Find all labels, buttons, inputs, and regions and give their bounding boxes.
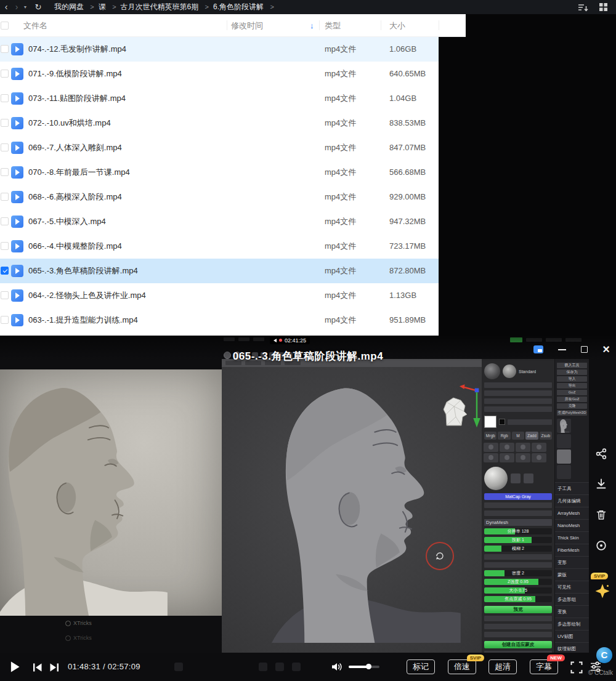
cctalk-copyright: © CCtalk [588,669,613,676]
play-glyph [15,95,20,102]
fullscreen-icon[interactable] [570,661,583,674]
row-checkbox[interactable] [1,70,9,78]
zbrush-palette-item: 子工具 [555,482,589,494]
column-header-modified[interactable]: 修改时间 [231,14,263,37]
grid-view-icon[interactable] [599,3,607,11]
video-file-icon [11,191,23,203]
close-button[interactable]: × [602,345,610,353]
file-row[interactable]: 073-.-11.贴图阶段讲解.mp4 mp4文件 1.04GB [0,86,439,111]
file-name[interactable]: 069-.-7.人体深入雕刻.mp4 [28,135,122,160]
file-name[interactable]: 065-.-3.角色草稿阶段讲解.mp4 [28,259,138,283]
mark-button[interactable]: 标记 [407,659,435,674]
file-row[interactable]: 070-.-8.年前最后一节课.mp4 mp4文件 566.68MB [0,160,439,185]
file-name[interactable]: 064-.-2.怪物头上色及讲作业.mp4 [28,283,146,308]
file-type: mp4文件 [325,62,356,86]
row-checkbox[interactable] [1,242,9,250]
dynamesh-header: DynaMesh [484,519,552,526]
download-icon[interactable] [594,478,608,490]
record-disc-icon[interactable] [594,539,608,552]
back-icon[interactable]: ‹ [0,0,12,14]
play-button[interactable] [10,661,20,673]
breadcrumb-item[interactable]: 6.角色阶段讲解 [213,2,264,11]
row-checkbox[interactable] [1,316,9,324]
file-row[interactable]: 063-.-1.提升造型能力训练.mp4 mp4文件 951.89MB [0,308,439,332]
file-name[interactable]: 067-.-5.中模深入.mp4 [28,209,106,234]
file-name[interactable]: 072-.-10.uv和烘培.mp4 [28,111,111,135]
file-name[interactable]: 070-.-8.年前最后一节课.mp4 [28,160,130,185]
file-row[interactable]: 064-.-2.怪物头上色及讲作业.mp4 mp4文件 1.13GB [0,283,439,308]
forward-icon[interactable]: › [12,0,21,14]
file-name[interactable]: 066-.-4.中模规整阶段.mp4 [28,234,122,259]
mini-player-icon[interactable] [533,345,543,353]
file-row[interactable]: 067-.-5.中模深入.mp4 mp4文件 947.32MB [0,209,439,234]
column-header-size[interactable]: 大小 [389,14,405,37]
volume-icon[interactable] [331,662,343,672]
quality-button[interactable]: 超清 [488,659,517,674]
file-size: 872.80MB [389,259,426,283]
share-icon[interactable] [594,448,608,460]
column-header-type[interactable]: 类型 [325,14,341,37]
file-row[interactable]: 074-.-12.毛发制作讲解.mp4 mp4文件 1.06GB [0,37,439,62]
file-name[interactable]: 063-.-1.提升造型能力训练.mp4 [28,308,138,332]
zbrush-canvas [222,359,482,653]
row-checkbox[interactable] [1,168,9,176]
bar-extra-icon[interactable] [259,663,267,671]
select-all-checkbox[interactable] [1,22,9,30]
row-checkbox[interactable] [1,94,9,102]
rotate-arrow-icon [434,550,445,562]
breadcrumb-item[interactable]: 课 [99,2,106,11]
svip-star-icon[interactable] [594,583,610,599]
bar-extra-icon[interactable] [292,663,301,671]
watermark: XTricks [65,620,92,626]
subtitle-button[interactable]: 字幕 NEW [530,659,558,674]
file-type: mp4文件 [325,209,356,234]
file-row[interactable]: 071-.-9.低模阶段讲解.mp4 mp4文件 640.65MB [0,62,439,86]
next-button[interactable] [49,662,60,673]
previous-button[interactable] [31,662,43,673]
file-row[interactable]: 065-.-3.角色草稿阶段讲解.mp4 mp4文件 872.80MB [0,259,439,283]
row-checkbox[interactable] [1,217,9,225]
bar-extra-icon[interactable] [174,663,183,671]
file-name[interactable]: 071-.-9.低模阶段讲解.mp4 [28,62,122,86]
file-name[interactable]: 073-.-11.贴图阶段讲解.mp4 [28,86,126,111]
preview-button: 预览 [484,606,552,613]
axis-gizmo [459,382,482,430]
file-row[interactable]: 072-.-10.uv和烘培.mp4 mp4文件 838.53MB [0,111,439,135]
screen: ‹ › ▼ ↻ 我的网盘 > 课 > 古月次世代精英班第6期 > 6.角色阶段讲… [0,0,616,681]
bar-extra-icon[interactable] [275,663,284,671]
zbrush-palette-item: 多边形组 [555,593,589,605]
file-row[interactable]: 069-.-7.人体深入雕刻.mp4 mp4文件 847.07MB [0,135,439,160]
video-file-icon [11,166,23,179]
current-tool-thumbnail [557,419,571,433]
file-size: 929.00MB [389,185,426,209]
breadcrumb-item[interactable]: 古月次世代精英班第6期 [121,2,199,11]
file-row[interactable]: 068-.-6.高模深入阶段.mp4 mp4文件 929.00MB [0,185,439,209]
file-size: 838.53MB [389,111,426,135]
row-checkbox[interactable] [1,193,9,201]
speed-button[interactable]: 倍速 SVIP [448,659,476,674]
breadcrumb-item[interactable]: 我的网盘 [54,2,84,11]
play-glyph [15,292,20,299]
refresh-icon[interactable]: ↻ [32,0,44,14]
file-row[interactable]: 066-.-4.中模规整阶段.mp4 mp4文件 723.17MB [0,234,439,259]
row-checkbox[interactable] [1,267,9,275]
slider: 投影 1 [484,537,552,543]
row-checkbox[interactable] [1,291,9,299]
sort-menu-icon[interactable] [578,3,588,12]
row-checkbox[interactable] [1,143,9,151]
maximize-button[interactable] [581,346,588,353]
brush-name: Standard [519,369,536,374]
slider: 模糊 2 [484,546,552,552]
volume-knob[interactable] [366,664,371,669]
file-name[interactable]: 068-.-6.高模深入阶段.mp4 [28,185,122,209]
minimize-button[interactable] [558,345,566,353]
column-header-name[interactable]: 文件名 [23,14,47,37]
history-caret-icon[interactable]: ▼ [21,0,30,14]
row-checkbox[interactable] [1,119,9,127]
sort-descending-icon[interactable]: ↓ [310,14,314,37]
file-name[interactable]: 074-.-12.毛发制作讲解.mp4 [28,37,126,62]
volume-slider[interactable] [349,666,379,668]
file-table-header: 文件名 修改时间 ↓ 类型 大小 [0,14,466,37]
row-checkbox[interactable] [1,45,9,53]
trash-icon[interactable] [594,509,608,521]
